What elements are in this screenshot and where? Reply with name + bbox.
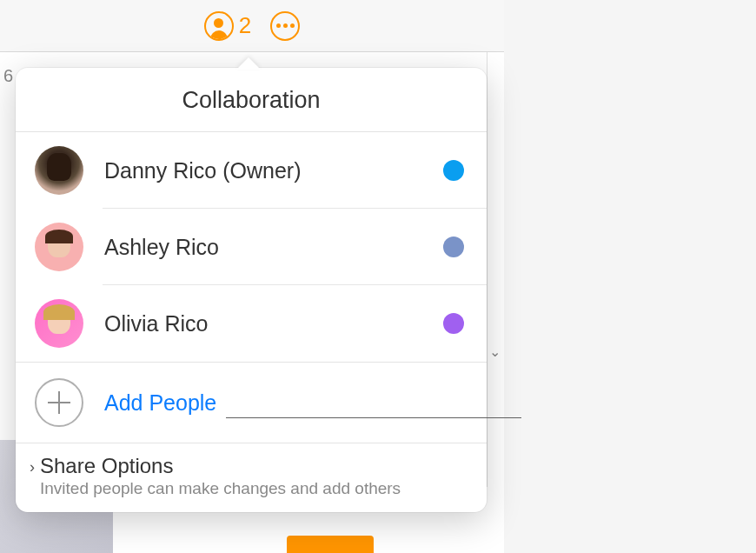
share-options-title: Share Options bbox=[40, 454, 401, 478]
chevron-right-icon: › bbox=[30, 458, 35, 476]
dropdown-chevron-icon[interactable]: ⌄ bbox=[489, 343, 501, 360]
toolbar: 2 bbox=[0, 0, 504, 52]
presence-dot-icon bbox=[443, 237, 464, 257]
collaboration-popover: Collaboration Danny Rico (Owner) Ashley … bbox=[16, 68, 487, 512]
add-people-button[interactable]: Add People bbox=[16, 362, 487, 443]
avatar bbox=[35, 146, 83, 195]
participant-name: Olivia Rico bbox=[104, 311, 443, 336]
collaboration-count: 2 bbox=[239, 12, 251, 39]
popover-title: Collaboration bbox=[16, 68, 487, 132]
participant-row[interactable]: Ashley Rico bbox=[16, 209, 487, 285]
share-options-row[interactable]: › Share Options Invited people can make … bbox=[16, 443, 487, 512]
grid-edge bbox=[487, 52, 504, 487]
presence-dot-icon bbox=[443, 313, 464, 334]
row-number: 6 bbox=[3, 66, 13, 86]
avatar bbox=[35, 223, 83, 271]
callout-line bbox=[226, 417, 521, 418]
document-background-decoration bbox=[287, 536, 374, 553]
avatar bbox=[35, 299, 83, 348]
share-options-subtitle: Invited people can make changes and add … bbox=[40, 479, 401, 498]
add-people-label: Add People bbox=[104, 390, 216, 416]
participant-row[interactable]: Olivia Rico bbox=[16, 285, 487, 362]
person-circle-icon bbox=[204, 11, 234, 41]
collaboration-toolbar-button[interactable]: 2 bbox=[204, 11, 251, 41]
participant-name: Ashley Rico bbox=[104, 235, 443, 260]
participants-list: Danny Rico (Owner) Ashley Rico Olivia Ri… bbox=[16, 132, 487, 362]
participant-name: Danny Rico (Owner) bbox=[104, 158, 443, 183]
plus-circle-icon bbox=[35, 378, 83, 427]
participant-row[interactable]: Danny Rico (Owner) bbox=[16, 132, 487, 209]
presence-dot-icon bbox=[443, 160, 464, 181]
more-circle-icon[interactable] bbox=[270, 11, 300, 41]
